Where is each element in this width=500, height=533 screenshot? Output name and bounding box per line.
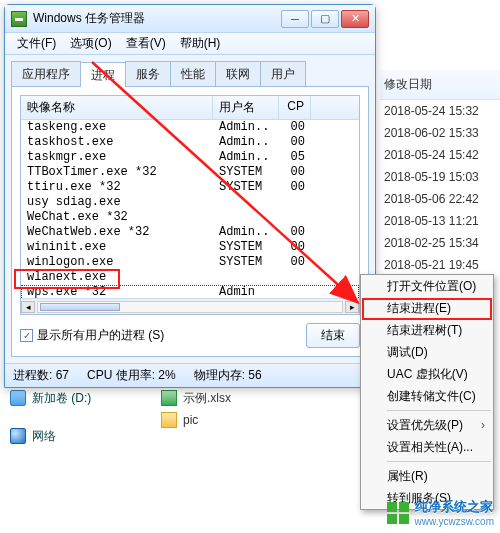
context-menu-item[interactable]: 设置相关性(A)...: [361, 436, 493, 458]
tab-应用程序[interactable]: 应用程序: [11, 61, 81, 86]
context-menu-item[interactable]: 调试(D): [361, 341, 493, 363]
menubar: 文件(F)选项(O)查看(V)帮助(H): [5, 33, 375, 55]
process-row[interactable]: TTBoxTimer.exe *32SYSTEM00: [21, 165, 359, 180]
process-image-name: wininit.exe: [21, 240, 213, 255]
process-row[interactable]: WeChat.exe *32: [21, 210, 359, 225]
process-image-name: winlogon.exe: [21, 255, 213, 270]
file-list-item[interactable]: pic: [155, 409, 365, 431]
watermark-title: 纯净系统之家: [415, 499, 493, 514]
process-row[interactable]: WeChatWeb.exe *32Admin..00: [21, 225, 359, 240]
process-image-name: WeChatWeb.exe *32: [21, 225, 213, 240]
process-user-name: Admin..: [213, 225, 279, 240]
column-header-image[interactable]: 映像名称: [21, 96, 213, 119]
explorer-moddate-cell[interactable]: 2018-05-06 22:42: [380, 188, 500, 210]
scroll-right-button[interactable]: ▸: [345, 301, 359, 313]
process-user-name: SYSTEM: [213, 240, 279, 255]
context-menu-item[interactable]: 设置优先级(P): [361, 414, 493, 436]
status-process-count: 进程数: 67: [13, 367, 69, 384]
menu-item[interactable]: 文件(F): [11, 33, 62, 54]
process-cpu: 00: [279, 165, 311, 180]
scroll-left-button[interactable]: ◂: [21, 301, 35, 313]
window-title: Windows 任务管理器: [33, 10, 281, 27]
tab-性能[interactable]: 性能: [170, 61, 216, 86]
process-user-name: [213, 210, 279, 225]
context-menu-separator: [387, 410, 491, 411]
explorer-moddate-cell[interactable]: 2018-05-13 11:21: [380, 210, 500, 232]
process-user-name: Admin..: [213, 150, 279, 165]
show-all-users-label: 显示所有用户的进程 (S): [37, 327, 164, 344]
process-cpu: 00: [279, 240, 311, 255]
process-user-name: SYSTEM: [213, 180, 279, 195]
process-row[interactable]: taskmgr.exeAdmin..05: [21, 150, 359, 165]
status-bar: 进程数: 67 CPU 使用率: 2% 物理内存: 56: [5, 363, 375, 387]
annotation-box-end-process: [362, 298, 492, 320]
process-row[interactable]: ttiru.exe *32SYSTEM00: [21, 180, 359, 195]
menu-item[interactable]: 选项(O): [64, 33, 117, 54]
watermark-logo-icon: [387, 502, 409, 524]
menu-item[interactable]: 帮助(H): [174, 33, 227, 54]
process-row[interactable]: taskeng.exeAdmin..00: [21, 120, 359, 135]
checkbox-icon: [20, 329, 33, 342]
process-row[interactable]: wininit.exeSYSTEM00: [21, 240, 359, 255]
tab-进程[interactable]: 进程: [80, 62, 126, 87]
scroll-thumb[interactable]: [40, 303, 120, 311]
nav-tree-label: 新加卷 (D:): [32, 390, 91, 407]
process-image-name: ttiru.exe *32: [21, 180, 213, 195]
process-row[interactable]: usy sdiag.exe: [21, 195, 359, 210]
process-cpu: [279, 210, 311, 225]
file-list-item[interactable]: 示例.xlsx: [155, 387, 365, 409]
nav-tree-label: 网络: [32, 428, 56, 445]
nav-tree-item[interactable]: 网络: [0, 425, 150, 447]
minimize-button[interactable]: ─: [281, 10, 309, 28]
column-header-cpu[interactable]: CP: [279, 96, 311, 119]
titlebar[interactable]: Windows 任务管理器 ─ ▢ ✕: [5, 5, 375, 33]
process-cpu: 00: [279, 120, 311, 135]
context-menu-item[interactable]: UAC 虚拟化(V): [361, 363, 493, 385]
process-user-name: [213, 270, 279, 285]
task-manager-window: Windows 任务管理器 ─ ▢ ✕ 文件(F)选项(O)查看(V)帮助(H)…: [4, 4, 376, 388]
annotation-box-wps: [14, 269, 120, 289]
explorer-moddate-cell[interactable]: 2018-05-24 15:42: [380, 144, 500, 166]
show-all-users-checkbox[interactable]: 显示所有用户的进程 (S): [20, 327, 164, 344]
drive-icon: [10, 390, 26, 406]
process-list-header[interactable]: 映像名称 用户名 CP: [21, 96, 359, 120]
scroll-track[interactable]: [37, 301, 343, 313]
column-header-moddate[interactable]: 修改日期: [380, 70, 500, 100]
explorer-moddate-cell[interactable]: 2018-05-19 15:03: [380, 166, 500, 188]
process-cpu: 05: [279, 150, 311, 165]
process-cpu: [279, 195, 311, 210]
explorer-moddate-cell[interactable]: 2018-02-25 15:34: [380, 232, 500, 254]
tab-用户[interactable]: 用户: [260, 61, 306, 86]
column-header-user[interactable]: 用户名: [213, 96, 279, 119]
explorer-moddate-cell[interactable]: 2018-06-02 15:33: [380, 122, 500, 144]
status-cpu-usage: CPU 使用率: 2%: [87, 367, 176, 384]
process-user-name: Admin..: [213, 135, 279, 150]
context-menu-item[interactable]: 创建转储文件(C): [361, 385, 493, 407]
process-row[interactable]: winlogon.exeSYSTEM00: [21, 255, 359, 270]
context-menu-item[interactable]: 结束进程树(T): [361, 319, 493, 341]
explorer-moddate-cell[interactable]: 2018-05-21 19:45: [380, 254, 500, 276]
maximize-button[interactable]: ▢: [311, 10, 339, 28]
nav-tree-item[interactable]: 新加卷 (D:): [0, 387, 150, 409]
explorer-moddate-cell[interactable]: 2018-05-24 15:32: [380, 100, 500, 122]
context-menu-item[interactable]: 打开文件位置(O): [361, 275, 493, 297]
file-name-label: pic: [183, 413, 198, 427]
process-image-name: taskmgr.exe: [21, 150, 213, 165]
context-menu-item[interactable]: 属性(R): [361, 465, 493, 487]
process-image-name: taskhost.exe: [21, 135, 213, 150]
watermark: 纯净系统之家 www.ycwzsw.com: [387, 498, 494, 527]
horizontal-scrollbar[interactable]: ◂ ▸: [21, 298, 359, 314]
end-process-button[interactable]: 结束: [306, 323, 360, 348]
tab-服务[interactable]: 服务: [125, 61, 171, 86]
process-image-name: TTBoxTimer.exe *32: [21, 165, 213, 180]
process-user-name: [213, 195, 279, 210]
close-button[interactable]: ✕: [341, 10, 369, 28]
processes-tab-panel: 映像名称 用户名 CP taskeng.exeAdmin..00taskhost…: [11, 87, 369, 357]
process-user-name: SYSTEM: [213, 165, 279, 180]
process-cpu: [279, 270, 311, 285]
process-row[interactable]: taskhost.exeAdmin..00: [21, 135, 359, 150]
process-user-name: Admin..: [213, 120, 279, 135]
tab-联网[interactable]: 联网: [215, 61, 261, 86]
menu-item[interactable]: 查看(V): [120, 33, 172, 54]
process-cpu: 00: [279, 180, 311, 195]
